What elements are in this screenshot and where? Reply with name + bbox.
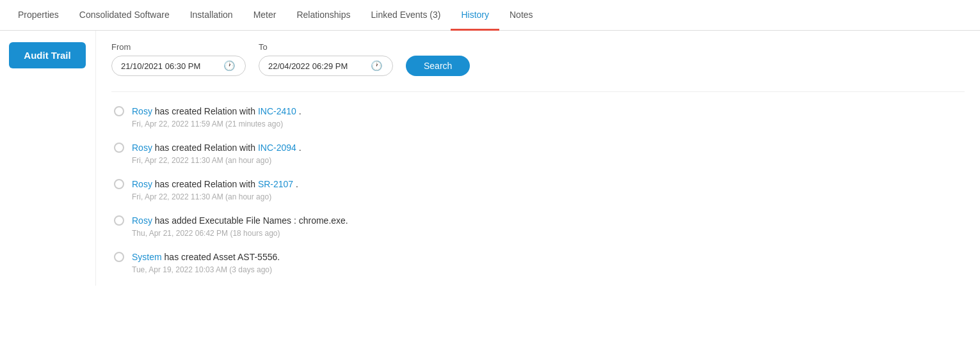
timeline-text: Rosy has added Executable File Names : c…: [132, 214, 348, 228]
timeline-item: Rosy has added Executable File Names : c…: [114, 214, 965, 238]
from-filter-group: From 🕐: [111, 42, 246, 76]
from-date-wrapper[interactable]: 🕐: [111, 56, 246, 76]
timeline-target[interactable]: INC-2094: [258, 143, 296, 153]
timeline-text: Rosy has created Relation with INC-2094 …: [132, 141, 301, 155]
timeline-user[interactable]: Rosy: [132, 106, 152, 116]
tab-meter[interactable]: Meter: [243, 1, 287, 31]
timeline-content: Rosy has created Relation with INC-2410 …: [132, 105, 301, 128]
timeline: Rosy has created Relation with INC-2410 …: [111, 105, 965, 274]
timeline-action: has created Relation with: [152, 143, 258, 153]
main-content: Audit Trail From 🕐 To 🕐 Search: [0, 31, 980, 286]
from-date-input[interactable]: [121, 61, 223, 71]
timeline-item: Rosy has created Relation with INC-2094 …: [114, 141, 965, 165]
content-area: From 🕐 To 🕐 Search Rosy has created Rela…: [96, 31, 980, 286]
to-date-wrapper[interactable]: 🕐: [259, 56, 393, 76]
timeline-suffix: .: [293, 179, 298, 189]
nav-tabs: PropertiesConsolidated SoftwareInstallat…: [0, 0, 980, 31]
timeline-text: Rosy has created Relation with INC-2410 …: [132, 105, 301, 118]
timeline-text: Rosy has created Relation with SR-2107 .: [132, 178, 298, 191]
tab-installation[interactable]: Installation: [180, 1, 243, 31]
timeline-time: Tue, Apr 19, 2022 10:03 AM (3 days ago): [132, 265, 280, 274]
timeline-content: System has created Asset AST-5556.Tue, A…: [132, 251, 280, 274]
search-button[interactable]: Search: [406, 56, 470, 76]
tab-history[interactable]: History: [451, 1, 499, 31]
timeline-user[interactable]: Rosy: [132, 179, 152, 189]
audit-trail-button[interactable]: Audit Trail: [9, 42, 86, 68]
tab-notes[interactable]: Notes: [499, 1, 543, 31]
timeline-time: Fri, Apr 22, 2022 11:30 AM (an hour ago): [132, 156, 301, 165]
timeline-dot: [114, 143, 124, 153]
tab-linked-events[interactable]: Linked Events (3): [360, 1, 451, 31]
timeline-suffix: .: [296, 106, 301, 116]
timeline-time: Fri, Apr 22, 2022 11:59 AM (21 minutes a…: [132, 120, 301, 128]
timeline-time: Fri, Apr 22, 2022 11:30 AM (an hour ago): [132, 192, 298, 201]
sidebar: Audit Trail: [0, 31, 96, 286]
to-label: To: [259, 42, 393, 52]
timeline-dot: [114, 106, 124, 116]
timeline-action: has added Executable File Names : chrome…: [152, 215, 348, 226]
timeline-dot: [114, 179, 124, 189]
filter-row: From 🕐 To 🕐 Search: [111, 42, 965, 76]
timeline-suffix: .: [296, 143, 301, 153]
to-filter-group: To 🕐: [259, 42, 393, 76]
timeline-dot: [114, 215, 124, 226]
timeline-user[interactable]: Rosy: [132, 143, 152, 153]
timeline-target[interactable]: SR-2107: [258, 179, 293, 189]
timeline-action: has created Relation with: [152, 179, 258, 189]
timeline-content: Rosy has added Executable File Names : c…: [132, 214, 348, 238]
timeline-content: Rosy has created Relation with SR-2107 .…: [132, 178, 298, 201]
timeline-action: has created Relation with: [152, 106, 258, 116]
divider: [111, 91, 965, 92]
timeline-user[interactable]: Rosy: [132, 215, 152, 226]
tab-properties[interactable]: Properties: [8, 1, 69, 31]
tab-consolidated-software[interactable]: Consolidated Software: [69, 1, 180, 31]
timeline-action: has created Asset AST-5556.: [162, 252, 280, 262]
from-clock-icon[interactable]: 🕐: [223, 60, 236, 72]
tab-relationships[interactable]: Relationships: [286, 1, 360, 31]
timeline-content: Rosy has created Relation with INC-2094 …: [132, 141, 301, 165]
timeline-dot: [114, 252, 124, 262]
to-date-input[interactable]: [268, 61, 371, 71]
timeline-text: System has created Asset AST-5556.: [132, 251, 280, 264]
from-label: From: [111, 42, 246, 52]
timeline-time: Thu, Apr 21, 2022 06:42 PM (18 hours ago…: [132, 229, 348, 238]
timeline-user[interactable]: System: [132, 252, 162, 262]
timeline-item: Rosy has created Relation with INC-2410 …: [114, 105, 965, 128]
timeline-item: Rosy has created Relation with SR-2107 .…: [114, 178, 965, 201]
timeline-target[interactable]: INC-2410: [258, 106, 296, 116]
timeline-item: System has created Asset AST-5556.Tue, A…: [114, 251, 965, 274]
to-clock-icon[interactable]: 🕐: [371, 60, 383, 72]
